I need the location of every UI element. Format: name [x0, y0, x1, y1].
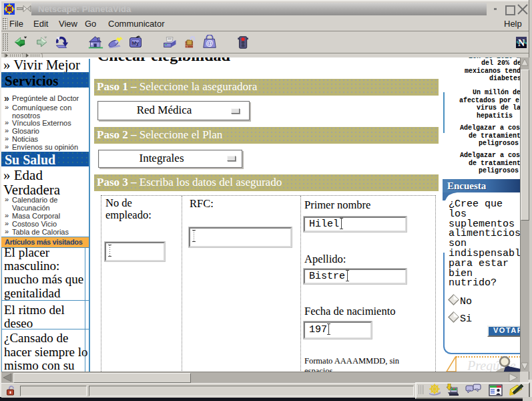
- svg-text:@: @: [206, 39, 214, 47]
- svg-text:My: My: [132, 39, 140, 45]
- svg-text:N: N: [518, 38, 525, 48]
